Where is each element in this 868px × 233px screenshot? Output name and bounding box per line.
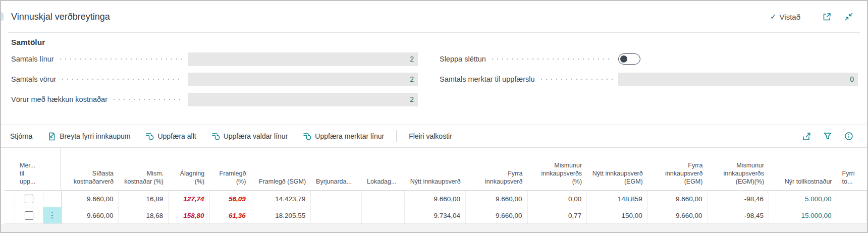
column-header[interactable]: Framlegð (%) (209, 148, 251, 190)
action-uppfaera-merktar-linur[interactable]: Uppfæra merktar línur (303, 132, 384, 141)
column-header (43, 148, 62, 190)
page-title: Vinnuskjal verðbreytinga (11, 12, 110, 22)
column-header[interactable]: Mismunur innkaupsverðs (%) (527, 148, 587, 190)
action-bar: Stjórna Breyta fyrri innkaupum Uppfæra a… (1, 125, 867, 148)
toggle-knob (620, 55, 627, 63)
column-header[interactable]: Lokadag... (362, 148, 405, 190)
table-cell[interactable]: 9.660,00 (62, 207, 119, 224)
field-label: Samtals línur (11, 55, 54, 63)
table-cell[interactable]: -98,46 (708, 191, 770, 207)
column-header[interactable]: Nýtt innkaupsverð (405, 148, 466, 190)
column-header[interactable]: Fyrra innkaupsverð (466, 148, 528, 190)
action-bar-separator (396, 130, 397, 142)
column-header[interactable]: Nýr tollkostnaður (769, 148, 837, 190)
table-cell[interactable]: 148,859 (587, 191, 648, 207)
open-in-new-window-icon[interactable] (822, 12, 832, 22)
totals-heading: Samtölur (11, 38, 867, 47)
header-actions: ✓ Vistað (770, 12, 854, 22)
action-uppfaera-valdar-linur[interactable]: Uppfæra valdar línur (211, 132, 288, 141)
sleppa-slettun-toggle[interactable] (618, 53, 640, 65)
table-cell[interactable]: 150,00 (587, 207, 648, 224)
table-cell[interactable] (43, 191, 62, 207)
table-cell[interactable]: 0,77 (528, 207, 587, 224)
collapse-icon[interactable] (844, 12, 854, 22)
row-menu-button[interactable]: ⋮ (43, 207, 61, 223)
table-cell[interactable] (837, 207, 867, 224)
row-checkbox[interactable] (25, 211, 33, 220)
table-cell[interactable]: 9.660,00 (648, 207, 708, 224)
table-cell[interactable]: 56,09 (210, 191, 251, 207)
table-cell[interactable]: 18,68 (119, 207, 169, 224)
saved-status-label: Vistað (780, 13, 800, 21)
field-row-total-items: Samtals vörur 2 (11, 69, 418, 89)
table-cell[interactable]: 9.660,00 (405, 191, 466, 207)
menu-stjorna[interactable]: Stjórna (10, 132, 32, 140)
field-label: Samtals merktar til uppfærslu (440, 75, 535, 83)
filter-icon[interactable] (823, 131, 833, 141)
action-label: Breyta fyrri innkaupum (60, 132, 130, 140)
check-icon: ✓ (770, 12, 777, 21)
total-items-value[interactable]: 2 (188, 73, 418, 86)
column-header[interactable]: Framlegð (SGM) (251, 148, 311, 190)
table-cell[interactable]: 18.205,55 (251, 207, 311, 224)
column-header[interactable]: Mer... til upp... (15, 148, 43, 190)
table-cell[interactable]: 9.660,00 (466, 191, 528, 207)
row-menu-button[interactable] (43, 191, 61, 207)
field-label: Sleppa sléttun (440, 55, 486, 63)
table-cell[interactable]: 158,80 (169, 207, 209, 224)
column-header[interactable]: Nýtt innkaupsverð (EGM) (587, 148, 648, 190)
table-cell[interactable]: 14.423,79 (251, 191, 311, 207)
action-breyta-fyrri-innkaupum[interactable]: Breyta fyrri innkaupum (47, 132, 130, 141)
table-cell[interactable]: 9.734,04 (405, 207, 466, 224)
table-cell[interactable]: 5.000,00 (769, 191, 837, 207)
action-bar-items: Stjórna Breyta fyrri innkaupum Uppfæra a… (10, 130, 801, 142)
column-header[interactable]: Mism. kostnaðar (%) (119, 148, 169, 190)
table-cell[interactable]: 0,00 (528, 191, 587, 207)
action-label: Uppfæra merktar línur (315, 132, 384, 140)
info-icon[interactable] (844, 131, 854, 141)
share-icon[interactable] (801, 131, 811, 141)
table-cell[interactable]: -98,45 (708, 207, 770, 224)
table-cell[interactable]: 16,89 (119, 191, 169, 207)
table-cell[interactable] (362, 207, 405, 224)
column-header[interactable]: Síðasta kostnaðarverð (61, 148, 119, 190)
action-uppfaera-allt[interactable]: Uppfæra allt (145, 132, 196, 141)
menu-fleiri-valkostir[interactable]: Fleiri valkostir (409, 132, 452, 140)
dot-leader (112, 98, 183, 100)
action-label: Uppfæra allt (157, 132, 196, 140)
table-cell[interactable] (15, 191, 43, 207)
items-cost-increase-value[interactable]: 2 (188, 93, 418, 106)
column-header[interactable]: Fyrra innkaupsverð (EGM) (648, 148, 708, 190)
dot-leader (58, 58, 183, 60)
action-label: Uppfæra valdar línur (224, 132, 288, 140)
table-row: 9.660,0016,89127,7456,0914.423,799.660,0… (5, 191, 867, 207)
column-header[interactable]: Mismunur innkaupsverðs (EGM)(%) (708, 148, 769, 190)
table-cell[interactable]: ⋮ (43, 207, 62, 224)
table-cell[interactable] (15, 207, 43, 224)
totals-fields: Samtals línur 2 Samtals vörur 2 Vörur me… (11, 49, 867, 109)
table-cell[interactable]: 15.000,00 (769, 207, 837, 224)
marked-for-update-value[interactable]: 0 (618, 73, 858, 86)
column-header[interactable]: Byrjunarda... (311, 148, 362, 190)
table-cell[interactable] (311, 191, 362, 207)
table-cell (5, 191, 15, 207)
column-header[interactable]: Álagning (%) (169, 148, 209, 190)
column-header (5, 148, 15, 190)
table-cell[interactable]: 9.660,00 (466, 207, 528, 224)
totals-section: Samtölur Samtals línur 2 Samtals vörur 2… (1, 33, 867, 109)
back-button-edge[interactable] (1, 12, 4, 21)
column-header[interactable]: Fyrri to... (837, 148, 867, 190)
table-cell[interactable] (837, 191, 867, 207)
action-label: Fleiri valkostir (409, 132, 452, 140)
total-lines-value[interactable]: 2 (188, 52, 418, 66)
table-cell[interactable] (311, 207, 362, 224)
table-cell[interactable]: 9.660,00 (648, 191, 708, 207)
row-checkbox[interactable] (25, 195, 33, 203)
table-cell[interactable]: 9.660,00 (62, 191, 119, 207)
table-cell[interactable]: 61,36 (210, 207, 251, 224)
toggle-area (618, 53, 858, 65)
table-cell[interactable]: 127,74 (169, 191, 209, 207)
worksheet-table: Mer... til upp...Síðasta kostnaðarverðMi… (5, 148, 867, 224)
table-cell[interactable] (362, 191, 405, 207)
table-footer-spacer (1, 224, 867, 232)
